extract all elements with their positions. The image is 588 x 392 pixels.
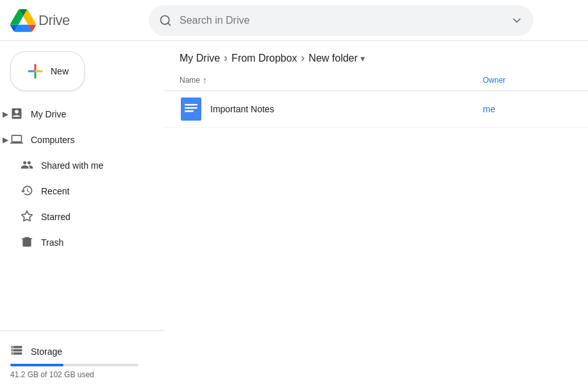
svg-rect-11 xyxy=(181,98,201,121)
sidebar-item-recent[interactable]: Recent xyxy=(0,178,164,204)
col-name-header[interactable]: Name ↑ xyxy=(180,75,483,85)
file-owner: me xyxy=(483,104,573,114)
search-input[interactable] xyxy=(180,15,503,26)
file-name: Important Notes xyxy=(210,104,483,114)
svg-marker-6 xyxy=(22,210,33,221)
svg-rect-12 xyxy=(185,104,197,106)
sort-arrow-icon: ↑ xyxy=(203,75,207,85)
svg-line-1 xyxy=(168,22,171,25)
expand-arrow-icon: ▶ xyxy=(3,135,8,144)
sidebar-item-shared[interactable]: Shared with me xyxy=(0,153,164,178)
storage-icon xyxy=(10,344,23,359)
svg-rect-14 xyxy=(185,110,194,112)
recent-icon xyxy=(21,184,33,199)
sidebar: New ▶ My Drive ▶ xyxy=(0,41,164,392)
storage-section: Storage 41.2 GB of 102 GB used xyxy=(0,336,164,387)
expand-arrow-icon: ▶ xyxy=(3,110,8,119)
breadcrumb: My Drive › From Dropbox › New folder ▾ xyxy=(164,41,588,70)
sidebar-item-computers-label: Computers xyxy=(31,135,74,145)
trash-icon xyxy=(21,235,33,250)
sidebar-item-my-drive[interactable]: ▶ My Drive xyxy=(0,101,164,127)
breadcrumb-sep-1: › xyxy=(224,51,228,65)
storage-label: Storage xyxy=(10,344,154,359)
search-icon xyxy=(159,14,172,27)
storage-bar-fill xyxy=(10,364,63,366)
drive-logo-icon xyxy=(10,8,36,33)
file-icon xyxy=(180,98,203,121)
new-plus-icon xyxy=(26,62,44,80)
file-table: Name ↑ Owner Important Notes me xyxy=(164,70,588,392)
storage-bar-bg xyxy=(10,364,139,366)
breadcrumb-from-dropbox[interactable]: From Dropbox xyxy=(231,53,297,64)
sidebar-divider xyxy=(0,330,164,331)
breadcrumb-my-drive[interactable]: My Drive xyxy=(180,53,220,64)
logo-text: Drive xyxy=(38,12,70,29)
storage-title: Storage xyxy=(31,346,62,357)
breadcrumb-current-label: New folder xyxy=(308,53,357,64)
new-button-label: New xyxy=(51,66,69,76)
search-bar[interactable] xyxy=(149,5,533,36)
shared-icon xyxy=(21,158,33,173)
computers-icon xyxy=(10,133,23,148)
sidebar-item-shared-label: Shared with me xyxy=(41,160,103,171)
search-dropdown-arrow[interactable] xyxy=(510,14,523,27)
logo-area: Drive xyxy=(10,8,139,33)
nav-items: ▶ My Drive ▶ Computers xyxy=(0,101,164,325)
content-area: My Drive › From Dropbox › New folder ▾ N… xyxy=(164,41,588,392)
sidebar-item-computers[interactable]: ▶ Computers xyxy=(0,127,164,153)
breadcrumb-current-folder[interactable]: New folder ▾ xyxy=(308,53,364,64)
table-row[interactable]: Important Notes me xyxy=(164,91,588,128)
storage-used-text: 41.2 GB of 102 GB used xyxy=(10,370,154,379)
header: Drive xyxy=(0,0,588,41)
main-layout: New ▶ My Drive ▶ xyxy=(0,41,588,392)
sidebar-item-trash-label: Trash xyxy=(41,237,63,248)
my-drive-icon xyxy=(10,107,23,122)
sidebar-item-my-drive-label: My Drive xyxy=(31,109,66,119)
file-table-header: Name ↑ Owner xyxy=(164,70,588,91)
starred-icon xyxy=(21,210,33,225)
svg-rect-13 xyxy=(185,107,197,109)
sidebar-item-trash[interactable]: Trash xyxy=(0,230,164,255)
sidebar-item-starred-label: Starred xyxy=(41,212,71,222)
col-name-label: Name xyxy=(180,76,200,85)
breadcrumb-dropdown-icon: ▾ xyxy=(360,53,365,64)
sidebar-item-recent-label: Recent xyxy=(41,186,69,196)
breadcrumb-sep-2: › xyxy=(301,51,305,65)
new-button[interactable]: New xyxy=(10,51,85,91)
sidebar-item-starred[interactable]: Starred xyxy=(0,204,164,230)
col-owner-header[interactable]: Owner xyxy=(483,76,573,85)
